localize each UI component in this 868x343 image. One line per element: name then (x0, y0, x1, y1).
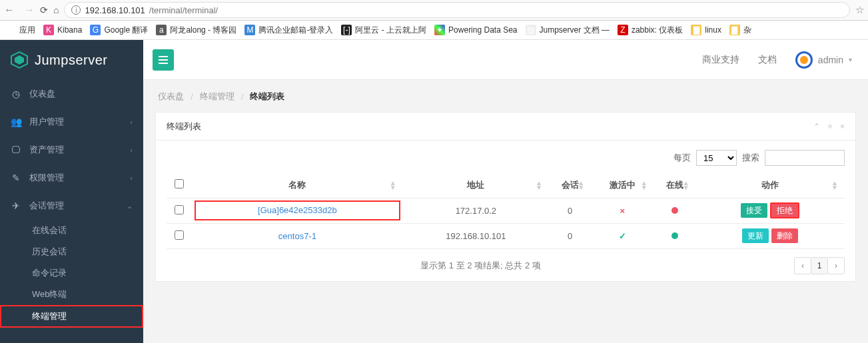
aliyun-icon: [-] (341, 25, 352, 35)
page-1[interactable]: 1 (811, 257, 828, 274)
sidebar-sub-terminal-mgmt[interactable]: 终端管理 (0, 305, 143, 328)
result-info: 显示第 1 至 2 项结果; 总共 2 项 (167, 260, 795, 272)
table-controls: 每页 15 搜索 (167, 150, 845, 166)
perms-icon: ✎ (11, 172, 21, 183)
terminal-sessions: 0 (549, 223, 591, 248)
forward-icon[interactable]: → (24, 4, 35, 16)
sidebar-sub-online[interactable]: 在线会话 (0, 220, 143, 241)
support-link[interactable]: 商业支持 (702, 54, 739, 66)
topbar: 商业支持 文档 admin ▾ (143, 40, 868, 80)
bookmark-powering[interactable]: ✦Powering Data Sea (434, 25, 517, 35)
terminal-list-panel: 终端列表 ⌃ ✧ × 每页 15 搜索 名称▲▼ (155, 112, 856, 282)
bookmark-linux[interactable]: ▇linux (691, 25, 721, 35)
cnblogs-icon: a (156, 25, 167, 35)
sort-icon[interactable]: ▲▼ (390, 180, 396, 190)
site-info-icon[interactable]: i (71, 5, 81, 15)
sidebar-sub-webterm[interactable]: Web终端 (0, 284, 143, 305)
offline-dot-icon (671, 207, 678, 214)
sidebar-item-dashboard[interactable]: ◷仪表盘 (0, 80, 143, 108)
bookmark-google-translate[interactable]: GGoogle 翻译 (90, 25, 148, 36)
sidebar-sub-history[interactable]: 历史会话 (0, 241, 143, 262)
user-menu[interactable]: admin ▾ (795, 51, 852, 69)
sidebar-submenu-sessions: 在线会话 历史会话 命令记录 Web终端 终端管理 (0, 220, 143, 328)
browser-nav-bar: ← → ⟳ ⌂ i 192.168.10.101/terminal/termin… (0, 0, 868, 21)
jumpserver-logo-icon (9, 50, 29, 70)
close-icon[interactable]: × (840, 122, 845, 131)
reload-icon[interactable]: ⟳ (40, 5, 48, 15)
bookmark-cnblogs[interactable]: a阿龙along - 博客园 (156, 25, 236, 36)
bc-dashboard[interactable]: 仪表盘 (158, 91, 184, 103)
sort-icon[interactable]: ▲▼ (831, 180, 838, 190)
delete-button[interactable]: 删除 (771, 228, 798, 243)
chevron-left-icon: ‹ (130, 146, 133, 154)
sidebar: Jumpserver ◷仪表盘 👥用户管理‹ 🖵资产管理‹ ✎权限管理‹ ✈会话… (0, 40, 143, 343)
accept-button[interactable]: 接受 (741, 203, 767, 218)
col-activating: 激活中▲▼ (591, 172, 654, 198)
main-content: 商业支持 文档 admin ▾ 仪表盘/ 终端管理/ 终端列表 终端列表 ⌃ ✧… (143, 40, 868, 343)
table-footer: 显示第 1 至 2 项结果; 总共 2 项 ‹ 1 › (167, 257, 845, 274)
bc-terminal-mgmt[interactable]: 终端管理 (200, 91, 234, 103)
terminal-name-link[interactable]: [Gua]6e42e2533d2b (195, 200, 400, 220)
page-next[interactable]: › (827, 257, 845, 274)
table-row: centos7-1 192.168.10.101 0 ✓ 更新删除 (167, 223, 845, 248)
reject-button[interactable]: 拒绝 (770, 202, 799, 218)
bookmark-qqmail[interactable]: M腾讯企业邮箱-登录入 (244, 25, 333, 36)
url-bar[interactable]: i 192.168.10.101/terminal/terminal/ (64, 2, 850, 18)
bookmark-aliyun[interactable]: [-]阿里云 - 上云就上阿 (341, 25, 426, 36)
select-all-checkbox[interactable] (175, 179, 184, 188)
sidebar-item-users[interactable]: 👥用户管理‹ (0, 108, 143, 136)
js-doc-icon: ▤ (526, 25, 536, 35)
home-icon[interactable]: ⌂ (53, 5, 59, 15)
chevron-left-icon: ‹ (130, 174, 133, 182)
chevron-down-icon: ▾ (849, 56, 852, 63)
zabbix-icon: Z (618, 25, 628, 35)
terminal-sessions: 0 (549, 198, 591, 223)
page-prev[interactable]: ‹ (794, 257, 811, 274)
terminal-name-link[interactable]: centos7-1 (278, 231, 316, 241)
folder-icon: ▇ (691, 25, 701, 35)
collapse-icon[interactable]: ⌃ (813, 122, 820, 131)
panel-tools: ⌃ ✧ × (813, 122, 845, 131)
breadcrumb: 仪表盘/ 终端管理/ 终端列表 (143, 80, 868, 112)
sidebar-item-assets[interactable]: 🖵资产管理‹ (0, 136, 143, 164)
bookmark-misc[interactable]: ▇杂 (729, 25, 751, 36)
online-dot-icon (671, 232, 678, 239)
brand-text: Jumpserver (35, 53, 107, 68)
row-checkbox[interactable] (175, 230, 184, 240)
apps-button[interactable]: ⠿应用 (5, 25, 35, 36)
row-checkbox[interactable] (175, 205, 184, 214)
table-row: [Gua]6e42e2533d2b 172.17.0.2 0 × 接受拒绝 (167, 198, 845, 223)
docs-link[interactable]: 文档 (758, 54, 777, 66)
nav-arrows: ← → (4, 4, 35, 16)
powering-icon: ✦ (434, 25, 445, 35)
search-input[interactable] (765, 150, 845, 166)
sidebar-item-perms[interactable]: ✎权限管理‹ (0, 164, 143, 192)
sort-icon[interactable]: ▲▼ (536, 180, 542, 190)
kibana-icon: K (43, 25, 54, 35)
bookmark-jumpserver-docs[interactable]: ▤Jumpserver 文档 — (526, 25, 610, 36)
bc-current: 终端列表 (250, 91, 284, 103)
users-icon: 👥 (11, 117, 21, 127)
sort-icon[interactable]: ▲▼ (578, 180, 584, 190)
bookmark-kibana[interactable]: KKibana (43, 25, 82, 35)
col-session: 会话▲▼ (549, 172, 591, 198)
settings-icon[interactable]: ✧ (827, 122, 833, 131)
logo[interactable]: Jumpserver (0, 40, 143, 80)
dashboard-icon: ◷ (11, 89, 21, 99)
terminal-addr: 192.168.10.101 (403, 223, 549, 248)
bookmark-zabbix[interactable]: Zzabbix: 仪表板 (618, 25, 683, 36)
sort-icon[interactable]: ▲▼ (641, 180, 648, 190)
per-page-select[interactable]: 15 (696, 150, 737, 166)
sidebar-sub-commands[interactable]: 命令记录 (0, 262, 143, 284)
bookmark-star-icon[interactable]: ☆ (855, 4, 864, 16)
sidebar-item-sessions[interactable]: ✈会话管理⌄ (0, 192, 143, 220)
col-addr: 地址▲▼ (403, 172, 549, 198)
sidebar-toggle-button[interactable] (153, 49, 174, 71)
update-button[interactable]: 更新 (742, 228, 769, 243)
col-online: 在线▲▼ (654, 172, 696, 198)
search-label: 搜索 (742, 152, 759, 164)
back-icon[interactable]: ← (4, 4, 15, 16)
sort-icon[interactable]: ▲▼ (683, 180, 689, 190)
qqmail-icon: M (244, 25, 255, 35)
inactive-icon: × (620, 206, 626, 216)
